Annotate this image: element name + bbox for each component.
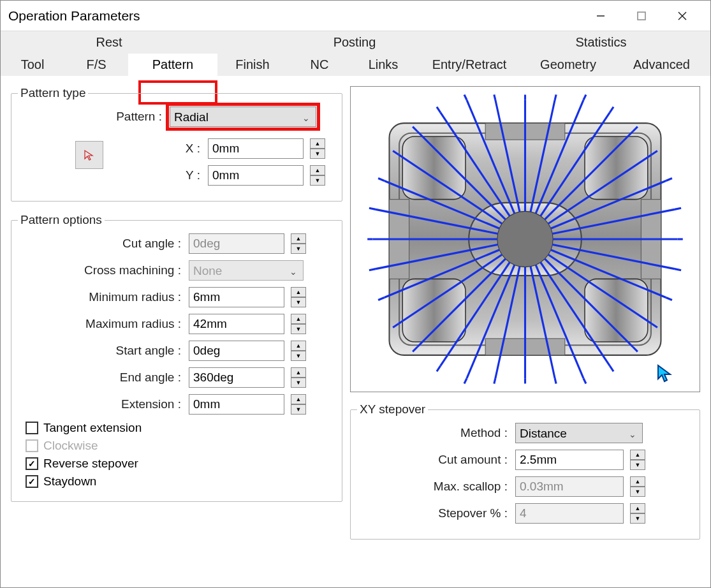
y-spinner-down[interactable]: ▼ — [310, 175, 325, 186]
svg-line-46 — [378, 297, 385, 300]
y-input[interactable] — [208, 165, 304, 186]
method-select[interactable]: Distance — [515, 423, 643, 443]
max-scallop-label: Max. scallop : — [357, 480, 510, 494]
svg-marker-81 — [658, 365, 670, 381]
end-angle-spinner-up[interactable]: ▲ — [291, 367, 306, 378]
cut-amount-spinner: ▲ ▼ — [630, 450, 645, 470]
svg-line-54 — [378, 179, 385, 181]
svg-line-28 — [610, 366, 613, 372]
cut-angle-label: Cut angle : — [18, 237, 184, 251]
stepover-pct-spinner-up: ▲ — [630, 503, 645, 513]
cut-amount-input[interactable] — [515, 450, 624, 470]
minimize-icon — [596, 11, 605, 20]
tab-posting[interactable]: Posting — [217, 31, 492, 54]
tab-nc[interactable]: NC — [288, 54, 351, 76]
extension-input[interactable] — [189, 394, 284, 415]
svg-line-40 — [437, 366, 441, 372]
max-radius-input[interactable] — [189, 314, 284, 334]
max-radius-label: Maximum radius : — [18, 317, 184, 331]
svg-marker-4 — [85, 151, 92, 160]
x-spinner-down[interactable]: ▼ — [310, 149, 325, 159]
max-scallop-spinner-down: ▼ — [630, 487, 645, 497]
extension-spinner-up[interactable]: ▲ — [291, 394, 306, 404]
min-radius-spinner-down[interactable]: ▼ — [291, 297, 306, 307]
xy-stepover-legend: XY stepover — [357, 402, 428, 416]
tab-tool[interactable]: Tool — [1, 54, 64, 76]
stepover-pct-spinner-down: ▼ — [630, 513, 645, 524]
cut-amount-spinner-down[interactable]: ▼ — [630, 460, 645, 470]
cut-amount-spinner-up[interactable]: ▲ — [630, 450, 645, 460]
tab-geometry[interactable]: Geometry — [524, 54, 613, 76]
tab-fs[interactable]: F/S — [64, 54, 128, 76]
minimize-button[interactable] — [580, 1, 621, 31]
start-angle-input[interactable] — [189, 341, 284, 361]
close-button[interactable] — [662, 1, 703, 31]
cut-amount-label: Cut amount : — [357, 453, 510, 467]
max-radius-spinner-up[interactable]: ▲ — [291, 314, 306, 324]
max-radius-spinner-down[interactable]: ▼ — [291, 324, 306, 334]
cut-angle-spinner: ▲ ▼ — [291, 233, 306, 254]
cross-machining-select: None — [189, 260, 304, 281]
radial-preview-svg — [351, 87, 700, 392]
panel-body: Pattern type Pattern : Radial ⌄ — [1, 76, 710, 587]
svg-line-68 — [555, 94, 556, 99]
tab-advanced[interactable]: Advanced — [613, 54, 710, 76]
pattern-select[interactable]: Radial — [170, 107, 316, 127]
tab-entry-retract[interactable]: Entry/Retract — [415, 54, 524, 76]
reverse-stepover-checkbox[interactable]: Reverse stepover — [26, 457, 335, 471]
svg-line-20 — [675, 269, 681, 270]
tab-links[interactable]: Links — [351, 54, 415, 76]
end-angle-spinner-down[interactable]: ▼ — [291, 378, 306, 388]
right-column: XY stepover Method : Distance ⌄ Cut amou… — [350, 86, 700, 587]
tangent-extension-checkbox[interactable]: Tangent extension — [26, 421, 335, 435]
start-angle-spinner-down[interactable]: ▼ — [291, 351, 306, 361]
x-label: X : — [133, 142, 203, 156]
max-scallop-spinner-up: ▲ — [630, 476, 645, 487]
svg-line-78 — [666, 179, 672, 181]
pattern-preview — [350, 86, 700, 392]
svg-rect-13 — [402, 279, 465, 342]
end-angle-input[interactable] — [189, 367, 284, 388]
method-label: Method : — [357, 426, 510, 440]
x-spinner-up[interactable]: ▲ — [310, 138, 325, 149]
y-spinner: ▲ ▼ — [310, 165, 325, 186]
svg-rect-12 — [585, 136, 648, 200]
pick-point-button[interactable] — [75, 141, 103, 169]
extension-spinner-down[interactable]: ▼ — [291, 404, 306, 415]
pick-cursor-icon — [83, 149, 96, 161]
stepover-pct-input — [515, 503, 624, 524]
svg-rect-1 — [638, 12, 645, 20]
svg-line-62 — [464, 94, 467, 99]
start-angle-spinner-up[interactable]: ▲ — [291, 341, 306, 351]
window-controls — [580, 1, 703, 31]
tab-row-top: Rest Posting Statistics — [1, 31, 710, 54]
y-spinner-up[interactable]: ▲ — [310, 165, 325, 175]
cut-angle-spinner-down: ▼ — [291, 244, 306, 254]
min-radius-input[interactable] — [189, 287, 284, 307]
svg-line-70 — [583, 94, 586, 99]
min-radius-spinner-up[interactable]: ▲ — [291, 287, 306, 297]
svg-line-60 — [437, 107, 441, 113]
pattern-type-group: Pattern type Pattern : Radial ⌄ — [11, 86, 342, 202]
tab-pattern[interactable]: Pattern — [128, 54, 217, 76]
tabs-container: Rest Posting Statistics Tool F/S Pattern… — [1, 31, 710, 76]
svg-line-38 — [464, 378, 467, 383]
tab-row-bottom: Tool F/S Pattern Finish NC Links Entry/R… — [1, 54, 710, 76]
svg-line-32 — [555, 378, 556, 383]
maximize-icon — [637, 11, 646, 20]
tab-statistics[interactable]: Statistics — [492, 31, 710, 54]
svg-line-48 — [369, 269, 376, 270]
reverse-stepover-label: Reverse stepover — [43, 457, 138, 471]
clockwise-label: Clockwise — [43, 439, 98, 453]
min-radius-label: Minimum radius : — [18, 290, 184, 304]
maximize-button[interactable] — [621, 1, 662, 31]
x-input[interactable] — [208, 138, 304, 159]
svg-rect-14 — [585, 279, 648, 342]
svg-line-52 — [369, 208, 376, 209]
tab-finish[interactable]: Finish — [217, 54, 288, 76]
staydown-checkbox[interactable]: Staydown — [26, 474, 335, 489]
pattern-options-group: Pattern options Cut angle : ▲ ▼ Cross ma… — [11, 213, 342, 502]
y-label: Y : — [133, 168, 203, 182]
x-spinner: ▲ ▼ — [310, 138, 325, 159]
tab-rest[interactable]: Rest — [1, 31, 217, 54]
